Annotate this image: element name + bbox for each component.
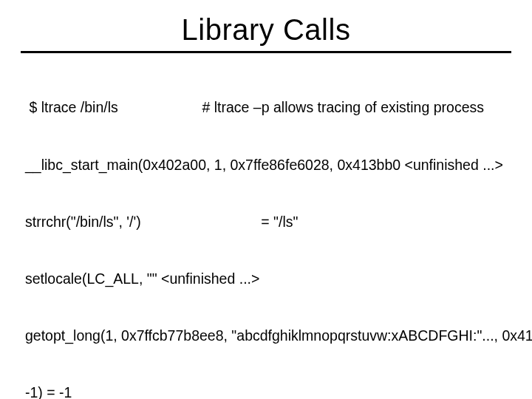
code-line: getopt_long(1, 0x7ffcb77b8ee8, "abcdfghi… [25, 327, 507, 346]
code-line: __libc_start_main(0x402a00, 1, 0x7ffe86f… [25, 156, 507, 175]
title-underline [21, 51, 511, 53]
code-line: $ ltrace /bin/ls # ltrace –p allows trac… [25, 98, 507, 117]
code-line: setlocale(LC_ALL, "" <unfinished ...> [25, 270, 507, 289]
slide: Library Calls $ ltrace /bin/ls # ltrace … [0, 13, 532, 399]
code-line: strrchr("/bin/ls", '/') = "/ls" [25, 213, 507, 232]
slide-title: Library Calls [0, 13, 532, 47]
code-line: -1) = -1 [25, 383, 507, 399]
slide-content: $ ltrace /bin/ls # ltrace –p allows trac… [0, 61, 532, 399]
